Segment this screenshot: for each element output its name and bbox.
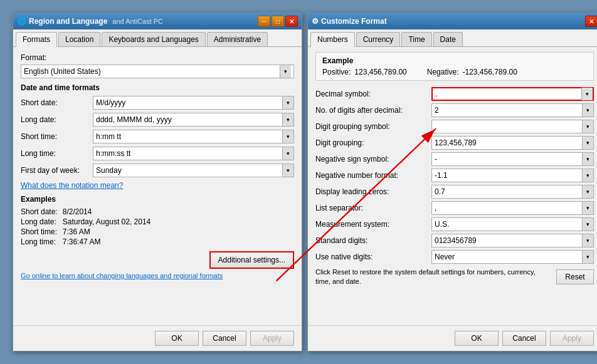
- digit-grouping-select[interactable]: 123,456,789 ▾: [431, 136, 594, 150]
- dialog-subtitle: and AntiCast PC: [112, 18, 163, 25]
- region-language-dialog: 🌐 Region and Language and AntiCast PC ─ …: [13, 13, 302, 351]
- leading-zeros-value: 0.7: [435, 187, 445, 196]
- tab-formats[interactable]: Formats: [16, 32, 57, 47]
- ex-long-time-value: 7:36:47 AM: [63, 237, 294, 246]
- long-time-arrow: ▾: [282, 147, 293, 160]
- maximize-button[interactable]: □: [272, 16, 284, 27]
- digit-grouping-symbol-row: Digit grouping symbol: , ▾: [315, 120, 594, 133]
- tab-numbers[interactable]: Numbers: [310, 32, 355, 47]
- reset-row: Click Reset to restore the system defaul…: [315, 268, 594, 287]
- long-time-select[interactable]: h:mm:ss tt ▾: [93, 147, 294, 160]
- negative-number-format-value: -1.1: [435, 171, 448, 180]
- native-digits-label: Use native digits:: [315, 252, 431, 261]
- short-time-value: h:mm tt: [96, 132, 121, 141]
- long-date-select[interactable]: dddd, MMMM dd, yyyy ▾: [93, 113, 294, 127]
- reset-button[interactable]: Reset: [556, 269, 594, 284]
- minimize-button[interactable]: ─: [258, 16, 270, 27]
- leading-zeros-arrow: ▾: [582, 185, 593, 198]
- example-box-title: Example: [322, 56, 587, 65]
- title-bar-left: 🌐 Region and Language and AntiCast PC ─ …: [13, 13, 302, 29]
- measurement-system-select[interactable]: U.S. ▾: [431, 217, 594, 231]
- native-digits-select[interactable]: Never ▾: [431, 250, 594, 264]
- short-date-select[interactable]: M/d/yyyy ▾: [93, 96, 294, 110]
- left-dialog-buttons: OK Cancel Apply: [13, 325, 302, 351]
- tab-administrative[interactable]: Administrative: [207, 32, 268, 46]
- digit-grouping-label: Digit grouping:: [315, 138, 431, 147]
- short-time-arrow: ▾: [282, 130, 293, 143]
- negative-sign-label: Negative sign symbol:: [315, 155, 431, 164]
- ex-long-time-label: Long time:: [21, 237, 58, 246]
- negative-sign-select[interactable]: - ▾: [431, 152, 594, 166]
- negative-sign-row: Negative sign symbol: - ▾: [315, 152, 594, 166]
- decimal-symbol-value: .: [435, 90, 437, 98]
- digits-after-decimal-select[interactable]: 2 ▾: [431, 103, 594, 117]
- notation-link[interactable]: What does the notation mean?: [21, 181, 294, 190]
- customize-icon: ⚙: [312, 17, 319, 26]
- negative-number-format-label: Negative number format:: [315, 171, 431, 180]
- tab-bar-left: Formats Location Keyboards and Languages…: [13, 29, 302, 47]
- tab-keyboards[interactable]: Keyboards and Languages: [102, 32, 205, 46]
- dialog-title-right: Customize Format: [321, 17, 387, 26]
- ok-button-left[interactable]: OK: [155, 331, 199, 346]
- decimal-symbol-select[interactable]: . ▾: [431, 87, 594, 101]
- apply-button-right[interactable]: Apply: [550, 331, 594, 346]
- week-start-label: First day of week:: [21, 166, 93, 175]
- leading-zeros-select[interactable]: 0.7 ▾: [431, 185, 594, 199]
- example-box: Example Positive: 123,456,789.00 Negativ…: [315, 52, 594, 81]
- examples-title: Examples: [21, 195, 294, 204]
- measurement-system-label: Measurement system:: [315, 220, 431, 229]
- short-date-arrow: ▾: [282, 96, 293, 109]
- standard-digits-row: Standard digits: 0123456789 ▾: [315, 234, 594, 247]
- list-separator-row: List separator: , ▾: [315, 201, 594, 215]
- standard-digits-select[interactable]: 0123456789 ▾: [431, 234, 594, 247]
- right-dialog-buttons: OK Cancel Apply: [308, 325, 597, 351]
- format-value: English (United States): [24, 67, 280, 76]
- customize-format-dialog: ⚙ Customize Format ✕ Numbers Currency Ti…: [307, 13, 597, 351]
- title-bar-right: ⚙ Customize Format ✕: [308, 13, 597, 29]
- native-digits-arrow: ▾: [582, 251, 593, 263]
- leading-zeros-label: Display leading zeros:: [315, 187, 431, 196]
- datetime-title: Date and time formats: [21, 83, 294, 92]
- cancel-button-left[interactable]: Cancel: [203, 331, 246, 346]
- digit-grouping-symbol-value: ,: [435, 122, 436, 131]
- native-digits-value: Never: [435, 252, 455, 261]
- ex-short-time-label: Short time:: [21, 227, 58, 236]
- short-time-label: Short time:: [21, 132, 93, 141]
- digit-grouping-symbol-label: Digit grouping symbol:: [315, 122, 431, 131]
- additional-settings-button[interactable]: Additional settings...: [209, 251, 294, 269]
- week-start-select[interactable]: Sunday ▾: [93, 164, 294, 177]
- format-select[interactable]: English (United States) ▾: [21, 65, 294, 78]
- digit-grouping-symbol-select[interactable]: , ▾: [431, 120, 594, 133]
- online-link[interactable]: Go online to learn about changing langua…: [21, 268, 223, 282]
- ex-short-date-label: Short date:: [21, 207, 58, 216]
- tab-time[interactable]: Time: [401, 32, 431, 46]
- measurement-system-value: U.S.: [435, 220, 449, 229]
- digit-grouping-value: 123,456,789: [435, 138, 477, 147]
- digit-grouping-symbol-arrow: ▾: [582, 120, 593, 133]
- tab-currency[interactable]: Currency: [356, 32, 401, 46]
- cancel-button-right[interactable]: Cancel: [502, 331, 546, 346]
- long-date-label: Long date:: [21, 115, 93, 124]
- tab-date[interactable]: Date: [433, 32, 463, 46]
- close-button-right[interactable]: ✕: [585, 16, 597, 27]
- ex-long-date-label: Long date:: [21, 217, 58, 226]
- long-time-value: h:mm:ss tt: [96, 149, 130, 158]
- left-content: Format: English (United States) ▾ Date a…: [13, 47, 302, 325]
- negative-number-format-row: Negative number format: -1.1 ▾: [315, 169, 594, 182]
- leading-zeros-row: Display leading zeros: 0.7 ▾: [315, 185, 594, 199]
- close-button-left[interactable]: ✕: [285, 16, 298, 27]
- reset-info-text: Click Reset to restore the system defaul…: [315, 268, 550, 287]
- digits-after-decimal-arrow: ▾: [582, 104, 593, 117]
- week-start-value: Sunday: [96, 166, 122, 175]
- digit-grouping-row: Digit grouping: 123,456,789 ▾: [315, 136, 594, 150]
- negative-number-format-select[interactable]: -1.1 ▾: [431, 169, 594, 182]
- positive-value: 123,456,789.00: [354, 68, 406, 76]
- digit-grouping-arrow: ▾: [582, 137, 593, 149]
- tab-location[interactable]: Location: [58, 32, 100, 46]
- short-time-select[interactable]: h:mm tt ▾: [93, 130, 294, 143]
- example-row: Positive: 123,456,789.00 Negative: -123,…: [322, 68, 587, 76]
- apply-button-left[interactable]: Apply: [250, 331, 294, 346]
- list-separator-select[interactable]: , ▾: [431, 201, 594, 215]
- negative-pair: Negative: -123,456,789.00: [427, 68, 517, 76]
- ok-button-right[interactable]: OK: [455, 331, 499, 346]
